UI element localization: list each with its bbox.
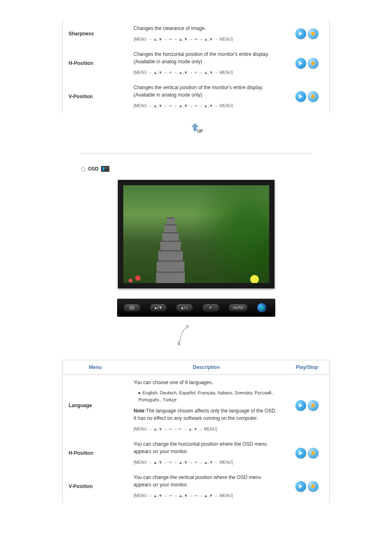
osd-preview-monitor (118, 180, 274, 288)
language-list: English, Deutsch, Español, Français, Ita… (134, 389, 279, 403)
play-icon[interactable] (295, 400, 306, 411)
bullet-icon: ◯ (81, 167, 85, 171)
table-row: Sharpness Changes the clearance of image… (63, 21, 330, 46)
desc-text: You can change the vertical position whe… (134, 474, 261, 488)
note-label: Note (134, 408, 145, 414)
menu-button[interactable] (123, 304, 141, 312)
osd-heading-text: OSD (88, 166, 99, 172)
desc-note: (Available in analog mode only) (134, 92, 202, 98)
setting-description: Changes the clearance of image. [MENU → … (128, 21, 285, 46)
preview-image (123, 185, 269, 283)
desc-text: Changes the vertical position of the mon… (134, 85, 263, 90)
setting-name: H-Position (63, 46, 128, 80)
menu-sequence: [MENU → ▲,▼ → ↵ → ▲,▼ → ↵ → ▲,▼ → MENU] (134, 459, 279, 465)
stop-icon[interactable] (308, 400, 318, 411)
power-button[interactable]: ⏻ (257, 303, 267, 313)
table-row: H-Position Changes the horizontal positi… (63, 46, 330, 80)
stop-icon[interactable] (308, 481, 318, 492)
menu-sequence: [MENU → ▲,▼ → ↵ → ▲,▼ → ↵ → ▲,▼ → MENU] (134, 69, 279, 76)
picture-settings-table: Sharpness Changes the clearance of image… (62, 21, 330, 113)
setting-name: V-Position (63, 80, 128, 113)
brightness-button[interactable]: ▲/☼ (176, 304, 193, 312)
language-list-text: English, Deutsch, Español, Français, Ita… (138, 390, 274, 402)
monitor-control-strip: ▲/▼ ▲/☼ ↵ AUTO ⏻ (117, 299, 275, 317)
setting-name: H-Position (63, 436, 128, 470)
setting-name: V-Position (63, 470, 128, 503)
setting-description: You can change the vertical position whe… (128, 470, 285, 503)
table-row: V-Position You can change the vertical p… (63, 470, 330, 503)
desc-text: Changes the horizontal position of the m… (134, 51, 269, 57)
table-row: Language You can choose one of 9 languag… (63, 375, 330, 437)
osd-menu-icon (101, 166, 109, 172)
header-description: Description (128, 360, 285, 375)
back-to-top-button[interactable]: UP (12, 123, 380, 137)
menu-sequence: [MENU → ▲,▼ → ↵ → ▲,▼ → ↵ → ▲,▼ → MENU] (134, 493, 279, 499)
play-icon[interactable] (295, 91, 306, 102)
stop-icon[interactable] (308, 91, 318, 102)
header-playstop: Play/Stop (285, 360, 330, 375)
table-header-row: Menu Description Play/Stop (63, 360, 330, 375)
setting-name: Sharpness (63, 21, 128, 46)
language-intro: You can choose one of 9 languages. (134, 380, 213, 385)
section-divider (81, 153, 311, 154)
desc-text: Changes the clearance of image. (134, 25, 206, 31)
up-down-button[interactable]: ▲/▼ (150, 304, 167, 312)
table-row: V-Position Changes the vertical position… (63, 80, 330, 113)
enter-button[interactable]: ↵ (202, 304, 219, 312)
setting-description: Changes the vertical position of the mon… (128, 80, 285, 113)
play-icon[interactable] (295, 58, 306, 69)
stop-icon[interactable] (308, 28, 318, 39)
play-icon[interactable] (295, 28, 306, 39)
play-icon[interactable] (295, 481, 306, 492)
stop-icon[interactable] (308, 448, 318, 458)
note-text: :The language chosen affects only the la… (134, 408, 277, 421)
table-row: H-Position You can change the horizontal… (63, 436, 330, 470)
setting-description: You can change the horizontal position w… (128, 436, 285, 470)
svg-rect-1 (130, 306, 134, 309)
menu-sequence: [MENU → ▲,▼ → ↵ → ▲,▼ → ↵ → ▲,▼ → MENU] (134, 36, 279, 42)
setting-description: You can choose one of 9 languages. Engli… (128, 375, 285, 437)
osd-section-heading: ◯ OSD (81, 166, 311, 172)
header-menu: Menu (63, 360, 128, 375)
menu-sequence: [MENU → ▲,▼ → ↵ → ↵ → ▲,▼ → MENU] (134, 426, 279, 432)
stop-icon[interactable] (308, 58, 318, 69)
pointer-arrow-icon (171, 323, 221, 348)
osd-settings-table: Menu Description Play/Stop Language You … (62, 360, 330, 503)
menu-sequence: [MENU → ▲,▼ → ↵ → ▲,▼ → ↵ → ▲,▼ → MENU] (134, 103, 279, 109)
play-icon[interactable] (295, 448, 306, 458)
desc-note: (Available in analog mode only) (134, 59, 202, 64)
setting-description: Changes the horizontal position of the m… (128, 46, 285, 80)
setting-name: Language (63, 375, 128, 437)
auto-button[interactable]: AUTO (228, 304, 248, 312)
svg-text:UP: UP (197, 129, 203, 134)
desc-text: You can change the horizontal position w… (134, 441, 267, 454)
